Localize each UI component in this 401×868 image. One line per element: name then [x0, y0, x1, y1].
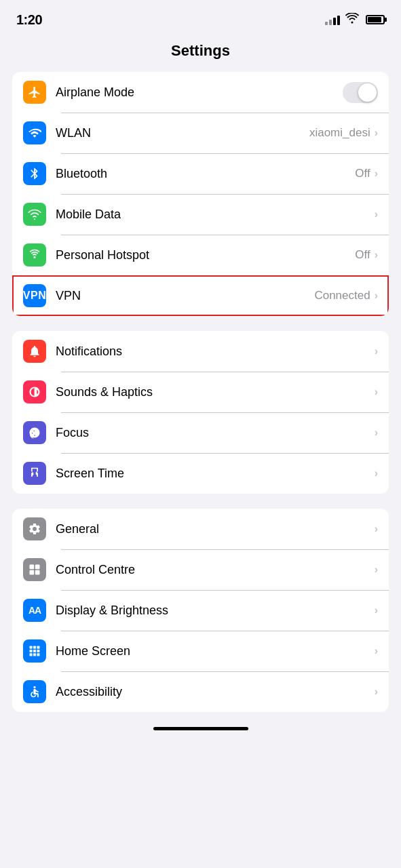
focus-row[interactable]: Focus › [12, 412, 389, 453]
control-centre-icon [23, 558, 46, 581]
page-title: Settings [0, 35, 401, 72]
general-row[interactable]: General › [12, 509, 389, 549]
vpn-chevron: › [375, 290, 378, 302]
home-screen-label: Home Screen [56, 644, 375, 658]
sounds-haptics-label: Sounds & Haptics [56, 385, 375, 399]
control-centre-chevron: › [375, 564, 378, 576]
svg-rect-7 [30, 650, 33, 652]
svg-rect-5 [33, 646, 36, 649]
focus-chevron: › [375, 427, 378, 439]
battery-icon [366, 15, 385, 24]
bluetooth-value: Off [355, 167, 370, 180]
svg-rect-11 [33, 653, 36, 656]
svg-rect-12 [37, 653, 39, 656]
general-icon [23, 517, 46, 540]
svg-rect-2 [30, 570, 35, 575]
wifi-icon [345, 13, 359, 27]
mobile-data-label: Mobile Data [56, 208, 375, 222]
svg-rect-9 [37, 650, 39, 652]
sounds-haptics-icon [23, 380, 46, 403]
focus-label: Focus [56, 426, 375, 440]
signal-icon [325, 14, 340, 25]
personal-hotspot-label: Personal Hotspot [56, 248, 355, 262]
display-brightness-label: Display & Brightness [56, 604, 375, 618]
svg-rect-4 [30, 646, 33, 649]
connectivity-section: Airplane Mode WLAN xiaomi_desi › Bluetoo… [12, 72, 389, 316]
svg-rect-3 [35, 570, 40, 575]
screen-time-label: Screen Time [56, 467, 375, 481]
focus-icon [23, 421, 46, 444]
airplane-mode-toggle[interactable] [343, 82, 378, 103]
screen-time-chevron: › [375, 467, 378, 479]
svg-rect-0 [30, 565, 35, 570]
svg-rect-1 [35, 565, 40, 570]
accessibility-label: Accessibility [56, 685, 375, 699]
home-screen-icon [23, 639, 46, 663]
notifications-chevron: › [375, 345, 378, 357]
wlan-icon [23, 121, 46, 144]
status-time: 1:20 [16, 12, 42, 28]
svg-rect-6 [37, 646, 39, 649]
accessibility-icon [23, 680, 46, 703]
general-label: General [56, 522, 375, 536]
vpn-row[interactable]: VPN VPN Connected › [12, 275, 389, 316]
screen-time-icon [23, 462, 46, 485]
personal-hotspot-chevron: › [375, 249, 378, 261]
svg-rect-10 [30, 653, 33, 656]
status-bar: 1:20 [0, 0, 401, 35]
sounds-haptics-chevron: › [375, 386, 378, 398]
screen-time-row[interactable]: Screen Time › [12, 453, 389, 494]
svg-rect-8 [33, 650, 36, 652]
personal-hotspot-value: Off [355, 248, 370, 262]
wlan-value: xiaomi_desi [309, 126, 370, 140]
wlan-chevron: › [375, 127, 378, 139]
home-screen-chevron: › [375, 645, 378, 657]
general-section: General › Control Centre › AA Display & … [12, 509, 389, 712]
general-chevron: › [375, 523, 378, 535]
vpn-icon: VPN [23, 284, 46, 307]
notifications-label: Notifications [56, 344, 375, 359]
svg-point-13 [33, 686, 35, 688]
mobile-data-icon [23, 203, 46, 226]
vpn-label: VPN [56, 289, 314, 303]
bluetooth-chevron: › [375, 167, 378, 180]
display-brightness-chevron: › [375, 604, 378, 616]
display-brightness-row[interactable]: AA Display & Brightness › [12, 590, 389, 631]
accessibility-chevron: › [375, 686, 378, 698]
notifications-section: Notifications › Sounds & Haptics › Focus… [12, 331, 389, 494]
personal-hotspot-row[interactable]: Personal Hotspot Off › [12, 235, 389, 275]
status-icons [325, 13, 385, 27]
control-centre-row[interactable]: Control Centre › [12, 549, 389, 590]
airplane-mode-icon [23, 81, 46, 104]
notifications-row[interactable]: Notifications › [12, 331, 389, 372]
bluetooth-row[interactable]: Bluetooth Off › [12, 153, 389, 194]
bluetooth-icon [23, 162, 46, 185]
airplane-mode-row[interactable]: Airplane Mode [12, 72, 389, 113]
accessibility-row[interactable]: Accessibility › [12, 671, 389, 712]
vpn-text-label: VPN [23, 290, 46, 302]
home-indicator [153, 727, 248, 730]
vpn-value: Connected [314, 289, 370, 302]
bluetooth-label: Bluetooth [56, 167, 355, 181]
airplane-mode-label: Airplane Mode [56, 85, 343, 100]
display-brightness-icon: AA [23, 599, 46, 622]
sounds-haptics-row[interactable]: Sounds & Haptics › [12, 372, 389, 412]
personal-hotspot-icon [23, 243, 46, 267]
home-screen-row[interactable]: Home Screen › [12, 631, 389, 671]
mobile-data-chevron: › [375, 208, 378, 220]
wlan-label: WLAN [56, 126, 309, 140]
mobile-data-row[interactable]: Mobile Data › [12, 194, 389, 235]
wlan-row[interactable]: WLAN xiaomi_desi › [12, 113, 389, 153]
notifications-icon [23, 340, 46, 363]
control-centre-label: Control Centre [56, 563, 375, 577]
